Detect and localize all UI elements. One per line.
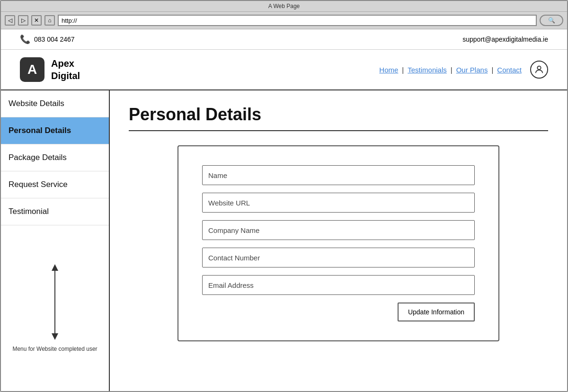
close-icon: ✕ [34, 17, 39, 24]
sidebar-arrow [50, 264, 60, 340]
back-icon: ◁ [8, 17, 12, 24]
email-address: support@apexdigitalmedia.ie [462, 36, 548, 43]
form-field-email [202, 275, 475, 295]
contact-number-input[interactable] [202, 248, 475, 267]
browser-window: A Web Page ◁ ▷ ✕ ⌂ 🔍 📞 083 004 2467 supp… [0, 0, 568, 392]
sidebar: Website Details Personal Details Package… [1, 90, 110, 391]
close-button[interactable]: ✕ [31, 15, 42, 26]
url-bar[interactable] [58, 15, 537, 26]
page-title: Personal Details [129, 105, 548, 125]
brand-name-line1: Apex [51, 57, 80, 70]
browser-toolbar: ◁ ▷ ✕ ⌂ 🔍 [1, 12, 567, 29]
company-name-input[interactable] [202, 220, 475, 240]
home-button[interactable]: ⌂ [44, 15, 55, 26]
nav-sep-3: | [491, 66, 493, 74]
nav-home[interactable]: Home [379, 66, 398, 74]
svg-point-0 [537, 66, 541, 70]
nav-sep-1: | [402, 66, 404, 74]
nav-sep-2: | [451, 66, 453, 74]
form-actions: Update Information [202, 303, 475, 321]
phone-icon: 📞 [20, 34, 30, 45]
search-button[interactable]: 🔍 [540, 15, 563, 26]
form-field-name [202, 165, 475, 185]
page-divider [129, 130, 548, 131]
sidebar-item-website-details[interactable]: Website Details [1, 90, 109, 117]
browser-content: 📞 083 004 2467 support@apexdigitalmedia.… [1, 29, 567, 391]
home-icon: ⌂ [48, 17, 51, 24]
brand-name-line2: Digital [51, 70, 80, 82]
nav-our-plans[interactable]: Our Plans [456, 66, 488, 74]
form-card: Update Information [178, 145, 499, 341]
sidebar-item-testimonial[interactable]: Testimonial [1, 198, 109, 225]
logo-area: A Apex Digital [20, 57, 80, 82]
top-info-bar: 📞 083 004 2467 support@apexdigitalmedia.… [1, 29, 567, 50]
sidebar-item-request-service[interactable]: Request Service [1, 171, 109, 198]
name-input[interactable] [202, 165, 475, 185]
brand-name: Apex Digital [51, 57, 80, 82]
sidebar-caption: Menu for Website completed user [12, 346, 97, 352]
email-input[interactable] [202, 275, 475, 295]
search-icon: 🔍 [548, 17, 555, 24]
content-area: Personal Details [110, 90, 567, 391]
back-button[interactable]: ◁ [5, 15, 15, 26]
vertical-arrow-icon [50, 264, 60, 340]
nav-contact[interactable]: Contact [497, 66, 522, 74]
logo-box: A [20, 57, 44, 82]
user-account-icon[interactable] [530, 61, 548, 79]
form-field-company-name [202, 220, 475, 240]
sidebar-item-personal-details[interactable]: Personal Details [1, 117, 109, 144]
nav-area: Home | Testimonials | Our Plans | Contac… [379, 61, 548, 79]
browser-title: A Web Page [268, 3, 300, 9]
main-layout: Website Details Personal Details Package… [1, 90, 567, 391]
phone-info: 📞 083 004 2467 [20, 34, 75, 45]
update-information-button[interactable]: Update Information [398, 303, 475, 321]
svg-marker-3 [52, 333, 58, 340]
sidebar-note-area: Menu for Website completed user [1, 225, 109, 391]
form-field-website-url [202, 193, 475, 213]
sidebar-item-package-details[interactable]: Package Details [1, 144, 109, 171]
site-header: A Apex Digital Home | Testimonials | Our… [1, 50, 567, 90]
form-field-contact-number [202, 248, 475, 267]
website-url-input[interactable] [202, 193, 475, 213]
svg-rect-2 [54, 271, 55, 333]
browser-titlebar: A Web Page [1, 1, 567, 12]
nav-testimonials[interactable]: Testimonials [408, 66, 447, 74]
logo-letter: A [27, 62, 37, 77]
svg-marker-1 [52, 264, 58, 271]
forward-button[interactable]: ▷ [18, 15, 28, 26]
phone-number: 083 004 2467 [34, 36, 75, 43]
forward-icon: ▷ [21, 17, 26, 24]
